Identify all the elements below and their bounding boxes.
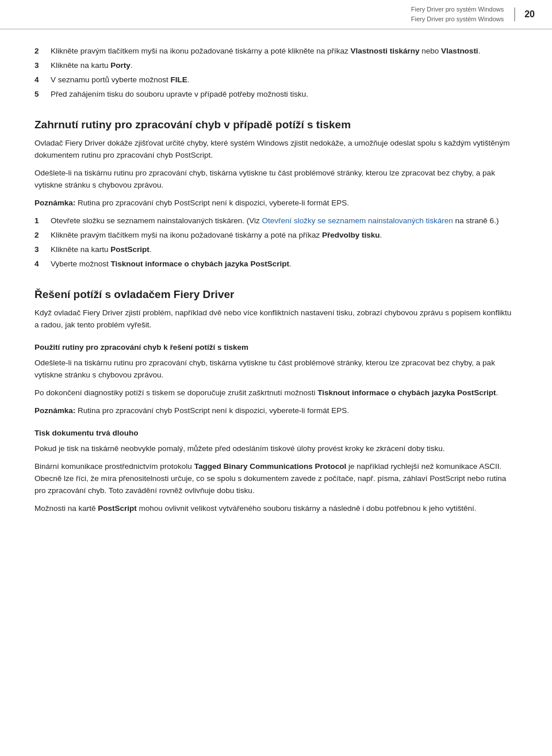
section1-step-2-text: Klikněte pravým tlačítkem myši na ikonu … <box>51 230 382 242</box>
page-number: 20 <box>514 7 535 22</box>
section2-heading: Řešení potíží s ovladačem Fiery Driver <box>34 288 518 302</box>
section1-step-1-num: 1 <box>34 215 51 227</box>
section1: Zahrnutí rutiny pro zpracování chyb v př… <box>34 118 518 270</box>
step-5-text: Před zahájením tisku do souboru upravte … <box>51 89 308 101</box>
page: Fiery Driver pro systém Windows Fiery Dr… <box>0 0 552 756</box>
section1-step-4: 4 Vyberte možnost Tisknout informace o c… <box>34 258 518 270</box>
section2: Řešení potíží s ovladačem Fiery Driver K… <box>34 288 518 515</box>
section1-step-3-text: Klikněte na kartu PostScript. <box>51 244 152 256</box>
section1-para1: Ovladač Fiery Driver dokáže zjišťovat ur… <box>34 138 518 162</box>
subsection2-para3: Možnosti na kartě PostScript mohou ovliv… <box>34 503 518 515</box>
section1-step-2-num: 2 <box>34 230 51 242</box>
step-2-text: Klikněte pravým tlačítkem myši na ikonu … <box>51 45 480 58</box>
section1-step-2: 2 Klikněte pravým tlačítkem myši na ikon… <box>34 230 518 242</box>
subsection1-para1: Odešlete-li na tiskárnu rutinu pro zprac… <box>34 357 518 381</box>
subsection1: Použití rutiny pro zpracování chyb k řeš… <box>34 342 518 417</box>
section1-heading: Zahrnutí rutiny pro zpracování chyb v př… <box>34 118 518 132</box>
section1-step-4-text: Vyberte možnost Tisknout informace o chy… <box>51 258 292 270</box>
step-2: 2 Klikněte pravým tlačítkem myši na ikon… <box>34 45 518 58</box>
section2-para1: Když ovladač Fiery Driver zjistí problém… <box>34 307 518 331</box>
subsection1-para2: Po dokončení diagnostiky potíží s tiskem… <box>34 387 518 399</box>
step-5-num: 5 <box>34 89 51 101</box>
section1-step-1-link[interactable]: Otevření složky se seznamem nainstalovan… <box>262 216 453 225</box>
header-title-bottom: Fiery Driver pro systém Windows <box>411 14 504 24</box>
step-3: 3 Klikněte na kartu Porty. <box>34 60 518 72</box>
subsection1-note: Poznámka: Rutina pro zpracování chyb Pos… <box>34 405 518 417</box>
section1-step-1-text: Otevřete složku se seznamem nainstalovan… <box>51 215 499 227</box>
subsection2: Tisk dokumentu trvá dlouho Pokud je tisk… <box>34 427 518 515</box>
section1-step-1: 1 Otevřete složku se seznamem nainstalov… <box>34 215 518 227</box>
step-5: 5 Před zahájením tisku do souboru upravt… <box>34 89 518 101</box>
subsection2-heading: Tisk dokumentu trvá dlouho <box>34 427 518 440</box>
section1-note: Poznámka: Rutina pro zpracování chyb Pos… <box>34 197 518 209</box>
subsection2-para2: Binární komunikace prostřednictvím proto… <box>34 461 518 497</box>
section1-para2: Odešlete-li na tiskárnu rutinu pro zprac… <box>34 167 518 192</box>
step-3-num: 3 <box>34 60 51 72</box>
step-4-num: 4 <box>34 74 51 86</box>
subsection1-heading: Použití rutiny pro zpracování chyb k řeš… <box>34 342 518 354</box>
subsection2-para1: Pokud je tisk na tiskárně neobvykle poma… <box>34 443 518 455</box>
step-2-num: 2 <box>34 45 51 58</box>
page-header: Fiery Driver pro systém Windows Fiery Dr… <box>0 0 552 29</box>
section1-step-3-num: 3 <box>34 244 51 256</box>
header-title-top: Fiery Driver pro systém Windows <box>411 5 504 14</box>
step-4: 4 V seznamu portů vyberte možnost FILE. <box>34 74 518 86</box>
top-steps: 2 Klikněte pravým tlačítkem myši na ikon… <box>34 45 518 101</box>
section1-step-3: 3 Klikněte na kartu PostScript. <box>34 244 518 256</box>
header-titles: Fiery Driver pro systém Windows Fiery Dr… <box>411 5 504 24</box>
main-content: 2 Klikněte pravým tlačítkem myši na ikon… <box>0 29 552 543</box>
section1-step-4-num: 4 <box>34 258 51 270</box>
step-4-text: V seznamu portů vyberte možnost FILE. <box>51 74 190 86</box>
step-3-text: Klikněte na kartu Porty. <box>51 60 133 72</box>
